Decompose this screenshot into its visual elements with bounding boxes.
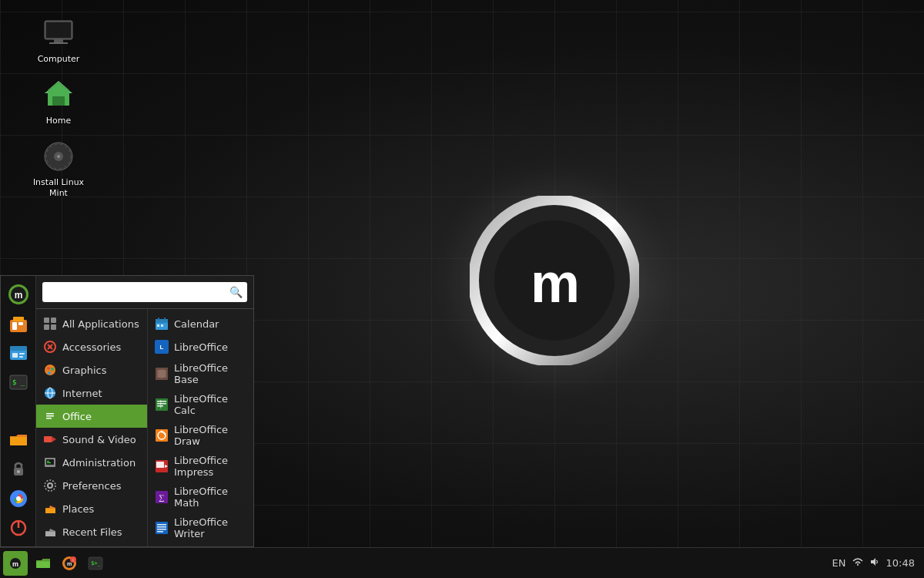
svg-rect-96 — [36, 561, 50, 568]
desktop-icon-home[interactable]: Home — [29, 73, 88, 129]
sidebar-icon-users[interactable] — [5, 339, 32, 367]
libreoffice-calc-label: LibreOffice Calc — [174, 393, 247, 416]
svg-rect-7 — [49, 42, 68, 44]
svg-rect-24 — [19, 356, 23, 358]
svg-rect-22 — [12, 353, 18, 358]
sidebar-icon-lock[interactable] — [5, 455, 32, 483]
menu-content: All Applications Accessories — [36, 309, 253, 546]
app-libreoffice-base[interactable]: LibreOffice Base — [148, 358, 253, 389]
sidebar-icon-power[interactable] — [5, 514, 32, 542]
svg-point-29 — [17, 470, 20, 473]
search-input[interactable] — [47, 284, 229, 301]
all-apps-icon — [42, 316, 58, 331]
desktop-icon-computer[interactable]: Computer — [29, 12, 88, 67]
desktop-icon-install[interactable]: Install Linux Mint — [29, 135, 88, 200]
sidebar-icon-folder[interactable] — [5, 426, 32, 454]
category-recent-files[interactable]: Recent Files — [36, 520, 147, 543]
libreoffice-base-label: LibreOffice Base — [174, 362, 247, 385]
search-icon: 🔍 — [229, 286, 243, 298]
tray-keyboard[interactable]: EN — [832, 557, 846, 569]
svg-text:m: m — [12, 560, 18, 568]
svg-rect-52 — [44, 436, 52, 442]
taskbar-terminal-button[interactable]: $>_ — [83, 551, 108, 576]
places-label: Places — [62, 503, 94, 515]
category-internet[interactable]: Internet — [36, 381, 147, 405]
category-office[interactable]: Office — [36, 405, 147, 428]
svg-rect-5 — [46, 22, 71, 38]
svg-rect-56 — [47, 461, 49, 462]
start-menu: m — [0, 275, 254, 547]
svg-rect-51 — [46, 418, 52, 419]
app-libreoffice[interactable]: L LibreOffice — [148, 335, 253, 358]
recent-files-label: Recent Files — [62, 526, 122, 538]
sidebar-icon-software[interactable] — [5, 310, 32, 338]
svg-rect-78 — [160, 400, 162, 408]
app-libreoffice-draw[interactable]: LibreOffice Draw — [148, 420, 253, 451]
svg-marker-53 — [52, 436, 56, 442]
app-libreoffice-impress[interactable]: LibreOffice Impress — [148, 451, 253, 482]
tray-network-icon[interactable] — [852, 556, 863, 570]
app-libreoffice-writer[interactable]: LibreOffice Writer — [148, 512, 253, 543]
install-icon — [40, 138, 77, 175]
category-preferences[interactable]: Preferences — [36, 474, 147, 497]
app-libreoffice-calc[interactable]: LibreOffice Calc — [148, 389, 253, 420]
clock-time[interactable]: 10:48 — [886, 557, 915, 569]
places-icon — [42, 501, 58, 516]
category-accessories[interactable]: Accessories — [36, 335, 147, 358]
tray-volume-icon[interactable] — [869, 556, 880, 570]
accessories-icon — [42, 339, 58, 355]
taskbar-mint-badge-button[interactable]: m ! — [57, 551, 82, 576]
svg-rect-88 — [156, 522, 168, 534]
svg-rect-84 — [156, 462, 164, 468]
libreoffice-icon: L — [154, 339, 169, 355]
app-libreoffice-math[interactable]: ∑ LibreOffice Math — [148, 482, 253, 512]
category-administration[interactable]: Administration — [36, 451, 147, 474]
category-sound-video[interactable]: Sound & Video — [36, 428, 147, 451]
svg-rect-19 — [18, 322, 23, 325]
libreoffice-impress-label: LibreOffice Impress — [174, 455, 247, 478]
category-all-apps[interactable]: All Applications — [36, 312, 147, 335]
svg-rect-17 — [13, 317, 24, 321]
administration-label: Administration — [62, 457, 136, 469]
svg-point-43 — [51, 368, 54, 371]
svg-rect-55 — [46, 459, 54, 465]
svg-point-31 — [16, 496, 21, 501]
sound-video-icon — [42, 432, 58, 447]
svg-point-11 — [57, 155, 60, 158]
sidebar-icon-google[interactable] — [5, 485, 32, 512]
taskbar-mint-button[interactable]: m — [3, 551, 28, 576]
svg-text:m: m — [14, 290, 22, 301]
sidebar-icon-mint[interactable]: m — [5, 281, 32, 308]
svg-rect-65 — [164, 318, 166, 321]
desktop-icons-container: Computer Home Install Lin — [29, 12, 88, 201]
libreoffice-impress-icon — [154, 459, 169, 474]
svg-point-73 — [157, 375, 166, 378]
desktop: m Computer — [0, 0, 924, 578]
category-graphics[interactable]: Graphics — [36, 358, 147, 381]
menu-categories: All Applications Accessories — [36, 309, 148, 546]
search-input-wrap[interactable]: 🔍 — [42, 282, 247, 302]
svg-text:!: ! — [72, 557, 74, 562]
svg-rect-90 — [157, 526, 166, 528]
office-label: Office — [62, 411, 92, 422]
libreoffice-draw-icon — [154, 428, 169, 443]
svg-rect-8 — [52, 96, 65, 106]
libreoffice-base-icon — [154, 366, 169, 381]
libreoffice-calc-icon — [154, 397, 169, 412]
category-places[interactable]: Places — [36, 497, 147, 520]
svg-rect-76 — [157, 403, 166, 405]
office-icon — [42, 408, 58, 424]
svg-rect-18 — [12, 322, 17, 330]
app-calendar[interactable]: Calendar — [148, 312, 253, 335]
taskbar-folder-button[interactable] — [31, 551, 55, 576]
svg-point-58 — [48, 483, 52, 488]
svg-rect-92 — [157, 531, 163, 533]
svg-rect-49 — [46, 413, 54, 415]
administration-icon — [42, 455, 58, 470]
internet-label: Internet — [62, 388, 102, 399]
graphics-icon — [42, 362, 58, 378]
svg-rect-74 — [156, 398, 168, 411]
svg-rect-61 — [45, 532, 55, 536]
sidebar-icon-terminal[interactable]: $ _ — [5, 368, 32, 396]
svg-rect-23 — [19, 353, 25, 355]
